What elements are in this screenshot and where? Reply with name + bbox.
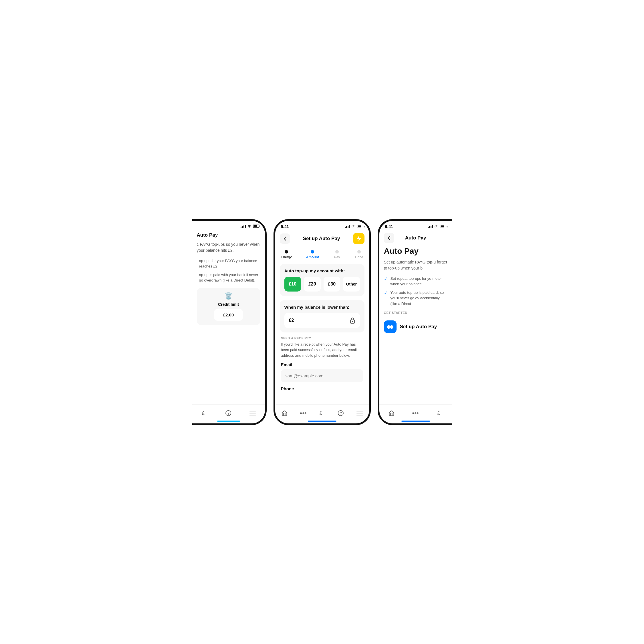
- step-done-label: Done: [355, 255, 363, 259]
- right-status-bar: 9:41: [379, 221, 452, 231]
- svg-text:£: £: [320, 411, 322, 416]
- svg-point-9: [303, 413, 304, 414]
- left-phone: Auto Pay c PAYG top-ups so you never whe…: [192, 219, 267, 425]
- center-wifi-icon: [351, 224, 356, 229]
- receipt-label: NEED A RECEIPT?: [281, 336, 363, 340]
- balance-value: £2: [289, 318, 294, 323]
- center-status-bar: 9:41: [275, 221, 369, 231]
- svg-rect-5: [249, 415, 256, 415]
- center-nav-header: Set up Auto Pay: [275, 231, 369, 248]
- svg-rect-14: [356, 411, 363, 411]
- auto-pay-title: Auto Pay: [384, 247, 447, 256]
- right-time: 9:41: [385, 224, 393, 229]
- center-battery-icon: [357, 225, 363, 228]
- email-label: Email: [281, 362, 363, 367]
- right-nav-home-icon[interactable]: [386, 407, 397, 419]
- svg-rect-16: [356, 415, 363, 415]
- amount-30-button[interactable]: £30: [324, 277, 340, 292]
- right-status-icons: [428, 224, 446, 229]
- email-input[interactable]: [281, 369, 363, 382]
- right-nav-header: Auto Pay: [379, 231, 452, 247]
- check-text-1: Set repeat top-ups for yo meter when you…: [391, 276, 447, 287]
- step-line-1: [292, 252, 306, 252]
- step-energy-label: Energy: [281, 255, 292, 259]
- svg-rect-3: [249, 411, 256, 411]
- check-text-2: Your auto top-up is paid card, so you'll…: [391, 290, 447, 307]
- check-mark-2: ✓: [384, 290, 388, 296]
- right-nav-meter-icon[interactable]: £: [434, 407, 445, 419]
- center-status-icons: [345, 224, 363, 229]
- left-description: c PAYG top-ups so you never when your ba…: [197, 241, 260, 253]
- right-phone: 9:41: [378, 219, 452, 425]
- credit-section: 🗑️ Credit limit £2.00: [197, 288, 260, 325]
- right-content: Auto Pay Set up automatic PAYG top-u for…: [379, 247, 452, 404]
- center-nav-meter-icon[interactable]: £: [316, 407, 328, 419]
- balance-input-row: £2: [284, 313, 360, 328]
- svg-point-10: [305, 413, 306, 414]
- center-content: Auto top-up my account with: £10 £20 £30…: [275, 264, 369, 404]
- center-nav-home-icon[interactable]: [279, 407, 290, 419]
- step-energy-dot: [285, 250, 288, 253]
- topup-card-title: Auto top-up my account with:: [284, 268, 360, 273]
- right-wifi-icon: [434, 224, 439, 229]
- svg-point-8: [300, 413, 302, 414]
- infinity-icon: [384, 320, 397, 333]
- lock-icon: [350, 317, 355, 324]
- left-bullet-2: op-up is paid with your bank ll never go…: [197, 272, 260, 283]
- divider: [384, 317, 447, 317]
- right-bottom-nav: £: [379, 404, 452, 423]
- topup-card: Auto top-up my account with: £10 £20 £30…: [280, 264, 364, 296]
- right-signal-icon: [428, 225, 433, 228]
- balance-card: When my balance is lower than: £2: [280, 300, 364, 332]
- left-nav-help-icon[interactable]: ?: [223, 407, 234, 419]
- center-signal-icon: [345, 225, 350, 228]
- receipt-section: NEED A RECEIPT? If you'd like a receipt …: [280, 336, 364, 391]
- center-phone: 9:41: [274, 219, 371, 425]
- amount-other-button[interactable]: Other: [343, 277, 360, 292]
- screens-container: Auto Pay c PAYG top-ups so you never whe…: [192, 219, 452, 425]
- check-item-1: ✓ Set repeat top-ups for yo meter when y…: [384, 276, 447, 287]
- left-bottom-nav: £ ?: [192, 404, 265, 423]
- step-amount: Amount: [306, 250, 319, 259]
- phone-label: Phone: [281, 386, 363, 391]
- back-button[interactable]: [280, 233, 290, 244]
- lightning-button[interactable]: [353, 233, 364, 244]
- step-amount-label: Amount: [306, 255, 319, 259]
- amount-options: £10 £20 £30 Other: [284, 277, 360, 292]
- credit-amount: £2.00: [214, 309, 243, 321]
- check-mark-1: ✓: [384, 276, 388, 282]
- amount-20-button[interactable]: £20: [304, 277, 321, 292]
- step-done-dot: [357, 250, 361, 253]
- setup-autopay-button[interactable]: Set up Auto Pay: [384, 320, 447, 333]
- left-nav-menu-icon[interactable]: [247, 407, 258, 419]
- left-wifi-icon: [247, 224, 251, 228]
- svg-point-17: [413, 413, 414, 414]
- center-bottom-nav: £ ?: [275, 404, 369, 423]
- center-nav-help-icon[interactable]: ?: [335, 407, 346, 419]
- left-bullet-1: op-ups for your PAYG your balance reache…: [197, 258, 260, 269]
- check-item-2: ✓ Your auto top-up is paid card, so you'…: [384, 290, 447, 307]
- left-nav-pound-icon[interactable]: £: [199, 407, 210, 419]
- delete-icon[interactable]: 🗑️: [225, 292, 232, 300]
- right-nav-title: Auto Pay: [405, 235, 426, 241]
- left-signal-icon: [241, 225, 246, 228]
- svg-point-18: [415, 413, 416, 414]
- right-nav-network-icon[interactable]: [410, 407, 421, 419]
- credit-label: Credit limit: [218, 302, 239, 307]
- center-nav-menu-icon[interactable]: [354, 407, 365, 419]
- svg-rect-15: [356, 413, 363, 413]
- center-nav-title: Set up Auto Pay: [303, 236, 340, 241]
- step-pay: Pay: [333, 250, 340, 259]
- receipt-description: If you'd like a receipt when your Auto P…: [281, 342, 363, 358]
- setup-btn-label: Set up Auto Pay: [400, 324, 437, 330]
- amount-10-button[interactable]: £10: [284, 277, 301, 292]
- svg-text:£: £: [202, 411, 205, 416]
- step-pay-label: Pay: [334, 255, 340, 259]
- stepper: Energy Amount Pay Done: [275, 248, 369, 264]
- svg-rect-4: [249, 413, 256, 413]
- center-nav-network-icon[interactable]: [298, 407, 309, 419]
- right-back-button[interactable]: [384, 233, 394, 243]
- left-content: c PAYG top-ups so you never when your ba…: [192, 241, 265, 404]
- step-amount-dot: [311, 250, 314, 253]
- svg-point-7: [352, 321, 353, 322]
